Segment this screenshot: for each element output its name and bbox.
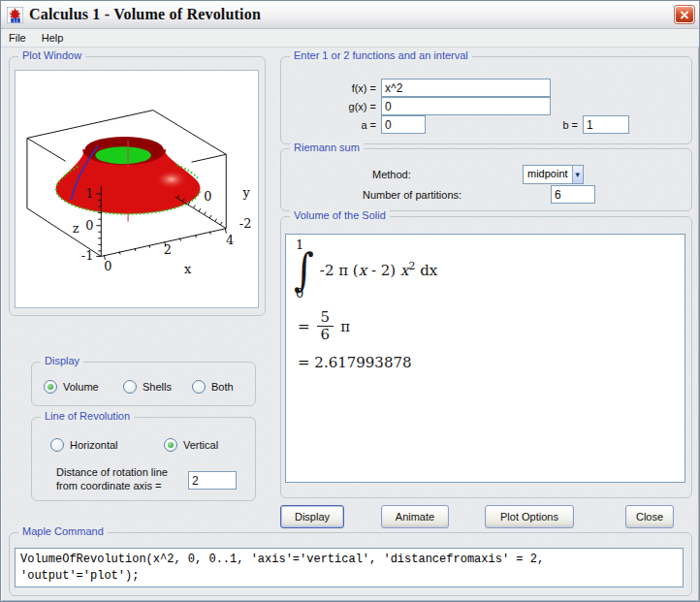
x-tick-4: 4 bbox=[226, 233, 234, 247]
y-tick-neg2: -2 bbox=[239, 216, 252, 231]
functions-group: Enter 1 or 2 functions and an interval f… bbox=[280, 56, 692, 144]
z-tick-0: 0 bbox=[85, 218, 93, 233]
green-disk bbox=[95, 146, 151, 164]
solid-highlight bbox=[155, 170, 188, 189]
plot-options-button[interactable]: Plot Options bbox=[485, 505, 574, 528]
g-label: g(x) = bbox=[320, 101, 376, 112]
z-axis-label: z bbox=[73, 221, 80, 236]
maple-command-group-label: Maple Command bbox=[18, 525, 108, 537]
z-tick-neg1: -1 bbox=[81, 248, 94, 263]
pi-symbol: π bbox=[340, 318, 350, 335]
radio-volume-circle[interactable] bbox=[44, 380, 57, 394]
maple-command-text[interactable]: VolumeOfRevolution(x^2, 0, 0..1, 'axis'=… bbox=[15, 548, 684, 587]
line-of-revolution-group: Line of Revolution Horizontal Vertical D… bbox=[31, 417, 256, 501]
menu-bar: File Help bbox=[1, 29, 699, 48]
method-label: Method: bbox=[372, 169, 411, 180]
f-input[interactable] bbox=[381, 79, 551, 97]
close-icon bbox=[680, 11, 689, 19]
radio-shells-label: Shells bbox=[143, 381, 172, 393]
radio-vertical[interactable]: Vertical bbox=[164, 438, 218, 452]
g-input[interactable] bbox=[381, 97, 551, 115]
distance-input[interactable] bbox=[188, 471, 237, 490]
svg-text:11: 11 bbox=[13, 17, 18, 22]
integrand-differential: dx bbox=[415, 262, 437, 279]
maple-leaf-icon: 11 bbox=[7, 7, 23, 23]
close-button[interactable]: Close bbox=[625, 505, 674, 528]
plot-3d-view[interactable]: 1 0 -1 z 0 2 4 x 0 -2 y bbox=[15, 70, 259, 308]
x-tick-2: 2 bbox=[164, 242, 172, 257]
decimal-value: 2.617993878 bbox=[314, 354, 411, 371]
x-axis-label: x bbox=[184, 262, 192, 276]
title-bar[interactable]: 11 Calculus 1 - Volume of Revolution bbox=[1, 1, 699, 29]
volume-of-revolution-plot: 1 0 -1 z 0 2 4 x 0 -2 y bbox=[16, 71, 258, 307]
radio-both-label: Both bbox=[211, 381, 234, 393]
a-label: a = bbox=[320, 119, 376, 131]
animate-button[interactable]: Animate bbox=[381, 505, 449, 528]
window-title: Calculus 1 - Volume of Revolution bbox=[29, 6, 261, 23]
fraction-denominator: 6 bbox=[317, 327, 334, 343]
maple-command-group: Maple Command VolumeOfRevolution(x^2, 0,… bbox=[9, 532, 692, 596]
fraction-numerator: 5 bbox=[317, 309, 334, 327]
integrand-pre: -2 π ( bbox=[320, 262, 359, 279]
exact-result: = 5 6 π bbox=[298, 309, 684, 344]
radio-vertical-label: Vertical bbox=[183, 439, 218, 451]
radio-vertical-circle[interactable] bbox=[164, 438, 177, 452]
integrand-var1: x bbox=[359, 262, 366, 279]
radio-shells[interactable]: Shells bbox=[123, 380, 172, 394]
line-of-revolution-group-label: Line of Revolution bbox=[41, 410, 134, 422]
distance-label-line1: Distance of rotation line bbox=[56, 466, 168, 478]
integral-sign: ∫ bbox=[294, 249, 314, 289]
plot-window-group-label: Plot Window bbox=[18, 49, 85, 61]
app-window: 11 Calculus 1 - Volume of Revolution Fil… bbox=[0, 0, 700, 602]
menu-file[interactable]: File bbox=[1, 30, 34, 46]
method-dropdown[interactable]: midpoint ▼ bbox=[523, 165, 584, 184]
method-selected-value: midpoint bbox=[524, 166, 572, 183]
z-tick-1: 1 bbox=[85, 186, 93, 201]
maple-command-line1: VolumeOfRevolution(x^2, 0, 0..1, 'axis'=… bbox=[20, 552, 678, 568]
partitions-label: Number of partitions: bbox=[363, 189, 461, 201]
equals-sign-2: = bbox=[298, 354, 314, 371]
integral-expression: 1 ∫ 0 -2 π (x - 2) x2 dx bbox=[294, 238, 684, 300]
distance-label-line2: from coordinate axis = bbox=[56, 480, 162, 491]
radio-volume[interactable]: Volume bbox=[44, 380, 99, 394]
radio-shells-circle[interactable] bbox=[123, 380, 137, 394]
partitions-input[interactable] bbox=[551, 185, 595, 204]
close-window-button[interactable] bbox=[675, 6, 694, 23]
display-button[interactable]: Display bbox=[280, 505, 344, 528]
radio-both[interactable]: Both bbox=[192, 380, 234, 394]
radio-both-circle[interactable] bbox=[192, 380, 206, 394]
riemann-sum-group: Riemann sum Method: midpoint ▼ Number of… bbox=[280, 148, 692, 211]
y-axis-label: y bbox=[241, 185, 250, 200]
decimal-result: = 2.617993878 bbox=[298, 354, 684, 371]
chevron-down-icon[interactable]: ▼ bbox=[572, 166, 583, 183]
integrand-mid: - 2) bbox=[366, 262, 400, 279]
equals-sign-1: = bbox=[298, 318, 310, 335]
menu-help[interactable]: Help bbox=[34, 30, 72, 46]
plot-window-group: Plot Window bbox=[9, 56, 266, 316]
radio-horizontal-label: Horizontal bbox=[70, 439, 118, 451]
b-input[interactable] bbox=[583, 115, 629, 134]
volume-result-display: 1 ∫ 0 -2 π (x - 2) x2 dx = 5 6 π = 2.617… bbox=[285, 234, 685, 483]
volume-group-label: Volume of the Solid bbox=[290, 209, 390, 221]
radio-horizontal[interactable]: Horizontal bbox=[50, 438, 118, 452]
display-group-label: Display bbox=[41, 355, 83, 366]
maple-command-line2: 'output'='plot'); bbox=[20, 568, 678, 585]
f-label: f(x) = bbox=[320, 82, 376, 94]
functions-group-label: Enter 1 or 2 functions and an interval bbox=[290, 49, 472, 61]
y-tick-0: 0 bbox=[204, 189, 211, 204]
volume-group: Volume of the Solid 1 ∫ 0 -2 π (x - 2) x… bbox=[280, 216, 692, 498]
a-input[interactable] bbox=[381, 115, 426, 134]
x-tick-0: 0 bbox=[104, 259, 111, 273]
riemann-sum-group-label: Riemann sum bbox=[290, 142, 364, 153]
radio-horizontal-circle[interactable] bbox=[50, 438, 64, 452]
b-label: b = bbox=[524, 119, 578, 131]
radio-volume-label: Volume bbox=[63, 381, 99, 393]
display-group: Display Volume Shells Both bbox=[31, 362, 256, 406]
